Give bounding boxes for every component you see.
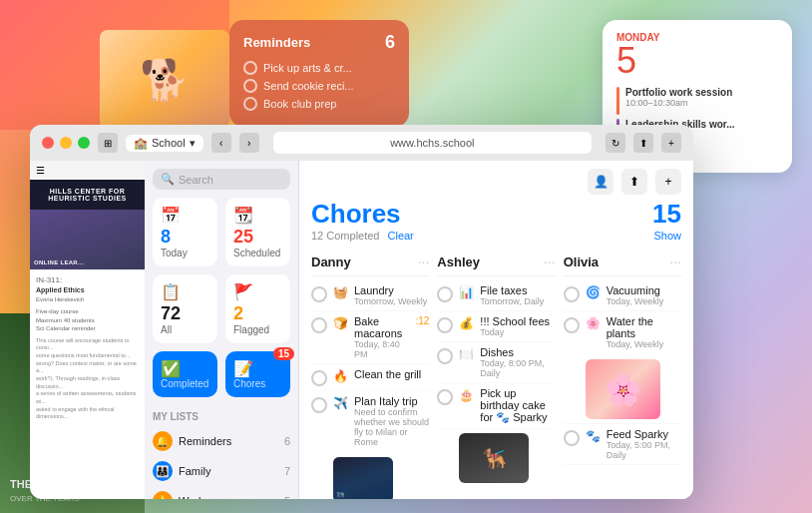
reminders-widget-title: Reminders [243, 35, 310, 50]
sparky-name: Feed Sparky [607, 428, 681, 440]
sparky-circle[interactable] [564, 430, 580, 446]
grill-content: Clean the grill [354, 368, 429, 380]
completed-icon: ✅ [161, 359, 209, 378]
vacuuming-sub: Today, Weekly [607, 296, 681, 306]
plants-sub: Today, Weekly [607, 339, 681, 349]
show-button[interactable]: Show [653, 230, 681, 242]
reminders-all-card[interactable]: 📋 72 All [153, 274, 217, 343]
reminders-app: 🔍 Search 📅 8 Today 📆 25 Scheduled [145, 161, 299, 499]
scheduled-label: Scheduled [233, 248, 282, 258]
list-item-reminders[interactable]: 🔔 Reminders 6 [145, 426, 298, 456]
sidebar-toggle[interactable]: ⊞ [98, 133, 118, 153]
danny-name: Danny [311, 255, 351, 269]
my-lists-title: My Lists [145, 405, 298, 426]
laundry-circle[interactable] [311, 286, 327, 302]
family-list-count: 7 [284, 465, 290, 477]
reminder-text-3: Book club prep [263, 98, 336, 110]
reminders-search[interactable]: 🔍 Search [153, 169, 290, 190]
grill-circle[interactable] [311, 370, 327, 386]
all-label: All [161, 324, 209, 335]
italy-circle[interactable] [311, 397, 327, 413]
vacuuming-circle[interactable] [564, 286, 580, 302]
close-button[interactable] [42, 137, 54, 149]
reminders-bottom-cards: ✅ Completed 15 📝 Chores [145, 351, 298, 405]
olivia-dots: ··· [669, 254, 681, 269]
share-button[interactable]: ⬆ [633, 133, 653, 153]
browser-tab[interactable]: 🏫 School ▾ [126, 135, 203, 152]
scheduled-count: 25 [233, 227, 282, 248]
course-title: Applied Ethics [36, 286, 139, 293]
chores-icon: 📝 [233, 359, 282, 378]
person-icon[interactable]: 👤 [588, 169, 613, 195]
browser-window: ⊞ 🏫 School ▾ ‹ › www.hchs.school ↻ ⬆ + ☰… [30, 125, 693, 499]
ashley-name: Ashley [437, 255, 480, 269]
tab-arrow: ▾ [190, 137, 196, 150]
reminders-scheduled-card[interactable]: 📆 25 Scheduled [225, 198, 290, 266]
dishes-sub: Today, 8:00 PM, Daily [480, 358, 555, 378]
plants-icon: 🌸 [586, 316, 601, 330]
vacuuming-name: Vacuuming [607, 284, 681, 296]
reminder-circle-2 [243, 79, 257, 93]
completed-card[interactable]: ✅ Completed [153, 351, 217, 397]
laundry-sub: Tomorrow, Weekly [354, 296, 429, 306]
school-hero-text: ONLINE LEAR... [30, 256, 88, 269]
macarons-icon: 🍞 [333, 316, 348, 330]
reminders-today-card[interactable]: 📅 8 Today [153, 198, 217, 266]
course-details: Five-day courseMaximum 40 studentsSci Ca… [36, 307, 139, 332]
hamburger-icon[interactable]: ☰ [36, 165, 45, 176]
family-list-label: Family [179, 465, 278, 477]
work-list-label: Work [179, 495, 278, 499]
cal-event-title-1: Portfolio work session [625, 87, 732, 98]
taxes-circle[interactable] [437, 286, 453, 302]
laundry-task: 🧺 Laundry Tomorrow, Weekly [311, 280, 429, 311]
refresh-button[interactable]: ↻ [606, 133, 625, 153]
list-item-work[interactable]: ⭐ Work 5 [145, 486, 298, 499]
danny-column: Danny ··· 🧺 Laundry Tomorrow, Weekly 🍞 [307, 250, 433, 499]
olivia-column: Olivia ··· 🌀 Vacuuming Today, Weekly [560, 250, 685, 499]
chores-meta: 12 Completed Clear Show [311, 230, 681, 242]
danny-col-header: Danny ··· [311, 250, 429, 276]
schoolfees-circle[interactable] [437, 317, 453, 333]
maximize-button[interactable] [78, 137, 90, 149]
danny-dots: ··· [418, 254, 430, 269]
chores-badge: 15 [273, 347, 294, 360]
reminders-flagged-card[interactable]: 🚩 2 Flagged [225, 274, 290, 343]
italy-name: Plan Italy trip [354, 395, 429, 407]
chores-card[interactable]: 15 📝 Chores [225, 351, 290, 397]
dishes-circle[interactable] [437, 348, 453, 364]
birthday-circle[interactable] [437, 389, 453, 405]
olivia-col-header: Olivia ··· [564, 250, 681, 276]
macarons-name: Bake macarons [354, 315, 409, 339]
vacuuming-content: Vacuuming Today, Weekly [607, 284, 681, 306]
back-button[interactable]: ‹ [211, 133, 231, 153]
course-description: This course will encourage students to c… [36, 337, 139, 422]
reminder-circle-1 [243, 61, 257, 75]
cal-event-bar-1 [616, 87, 619, 115]
add-tab-button[interactable]: + [661, 133, 681, 153]
list-item-family[interactable]: 👨‍👩‍👧 Family 7 [145, 456, 298, 486]
all-count: 72 [161, 303, 209, 324]
search-placeholder: Search [179, 174, 213, 186]
plants-circle[interactable] [564, 317, 580, 333]
work-list-icon: ⭐ [153, 491, 173, 499]
ashley-col-header: Ashley ··· [437, 250, 555, 276]
plants-content: Water the plants Today, Weekly [607, 315, 681, 349]
address-text: www.hchs.school [390, 137, 474, 149]
all-icon: 📋 [161, 282, 209, 301]
schoolfees-task: 💰 !!! School fees Today [437, 311, 555, 342]
forward-button[interactable]: › [239, 133, 259, 153]
share-chores-icon[interactable]: ⬆ [621, 169, 647, 195]
sparky-icon: 🐾 [586, 429, 601, 443]
minimize-button[interactable] [60, 137, 72, 149]
reminders-lists: 🔔 Reminders 6 👨‍👩‍👧 Family 7 ⭐ Work 5 🛒 … [145, 426, 298, 499]
add-chores-icon[interactable]: + [655, 169, 681, 195]
clear-button[interactable]: Clear [388, 230, 414, 242]
address-bar[interactable]: www.hchs.school [273, 132, 592, 154]
grill-icon: 🔥 [333, 369, 348, 383]
macarons-sub: Today, 8:40 PM [354, 339, 409, 359]
schoolfees-name: !!! School fees [480, 315, 555, 327]
macarons-circle[interactable] [311, 317, 327, 333]
tab-label: School [152, 137, 186, 149]
schoolfees-sub: Today [480, 327, 555, 337]
dog-image: 🐕 [100, 30, 229, 130]
